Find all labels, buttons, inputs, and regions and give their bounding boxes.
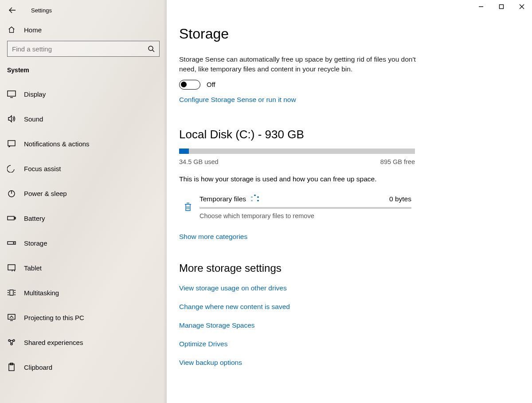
link-backup-options[interactable]: View backup options <box>179 359 514 367</box>
sidebar-item-sound[interactable]: Sound <box>0 106 167 131</box>
sidebar-item-label: Sound <box>24 115 43 123</box>
window-chrome <box>471 0 532 13</box>
search-box[interactable] <box>7 41 160 57</box>
svg-point-0 <box>149 46 153 51</box>
svg-rect-8 <box>8 265 15 270</box>
minimize-icon <box>478 4 484 9</box>
sidebar-item-label: Notifications & actions <box>24 140 90 148</box>
section-label: System <box>0 65 167 82</box>
svg-point-13 <box>11 343 12 345</box>
sidebar-item-shared-experiences[interactable]: Shared experiences <box>0 330 167 355</box>
close-button[interactable] <box>512 0 532 13</box>
svg-rect-16 <box>500 5 504 9</box>
temp-files-title: Temporary files <box>200 195 246 203</box>
disk-title: Local Disk (C:) - 930 GB <box>179 128 514 141</box>
temporary-files-row[interactable]: Temporary files 0 bytes Choose wh <box>179 193 415 224</box>
link-change-save-location[interactable]: Change where new content is saved <box>179 303 514 311</box>
disk-free-caption: 895 GB free <box>380 158 415 165</box>
back-button[interactable] <box>6 4 19 16</box>
toggle-knob <box>181 82 187 87</box>
svg-rect-4 <box>8 216 14 220</box>
sidebar-item-label: Multitasking <box>24 289 59 297</box>
storage-sense-description: Storage Sense can automatically free up … <box>179 55 419 74</box>
sidebar-item-label: Tablet <box>24 264 42 272</box>
toggle-state-label: Off <box>207 81 215 88</box>
maximize-icon <box>499 4 504 9</box>
sidebar-item-tablet[interactable]: Tablet <box>0 255 167 280</box>
usage-note: This is how your storage is used and how… <box>179 175 514 183</box>
svg-rect-5 <box>15 217 16 219</box>
svg-rect-9 <box>10 290 13 295</box>
main-content: Storage Storage Sense can automatically … <box>167 0 532 403</box>
search-input[interactable] <box>12 45 144 53</box>
sidebar-item-label: Focus assist <box>24 165 61 172</box>
link-optimize-drives[interactable]: Optimize Drives <box>179 340 514 348</box>
sidebar-item-label: Clipboard <box>24 364 52 371</box>
home-label: Home <box>24 26 42 34</box>
maximize-button[interactable] <box>491 0 512 13</box>
sidebar-item-clipboard[interactable]: Clipboard <box>0 355 167 380</box>
more-settings-heading: More storage settings <box>179 262 514 274</box>
home-icon <box>7 26 16 34</box>
power-icon <box>7 189 16 197</box>
sidebar-item-multitasking[interactable]: Multitasking <box>0 280 167 305</box>
notifications-icon <box>7 140 16 148</box>
loading-spinner-icon <box>250 195 259 203</box>
svg-rect-10 <box>8 314 15 319</box>
display-icon <box>7 90 16 98</box>
svg-rect-2 <box>8 141 15 146</box>
projecting-icon <box>7 313 16 321</box>
sidebar-item-display[interactable]: Display <box>0 82 167 106</box>
minimize-button[interactable] <box>471 0 491 13</box>
sidebar-item-label: Battery <box>24 215 45 222</box>
sidebar-item-label: Storage <box>24 239 47 247</box>
page-title: Storage <box>179 26 514 42</box>
arrow-left-icon <box>9 7 16 14</box>
tablet-icon <box>7 264 16 272</box>
sidebar-item-focus-assist[interactable]: Focus assist <box>0 156 167 181</box>
disk-used-caption: 34.5 GB used <box>179 158 219 165</box>
battery-icon <box>7 215 16 221</box>
link-other-drives[interactable]: View storage usage on other drives <box>179 284 514 292</box>
sidebar-item-notifications[interactable]: Notifications & actions <box>0 131 167 156</box>
sidebar-item-projecting[interactable]: Projecting to this PC <box>0 305 167 330</box>
temp-files-sub: Choose which temporary files to remove <box>200 212 411 219</box>
sidebar-item-label: Display <box>24 90 46 98</box>
sidebar-item-battery[interactable]: Battery <box>0 206 167 231</box>
trash-icon <box>183 202 193 212</box>
svg-point-12 <box>13 340 15 341</box>
svg-point-7 <box>13 243 14 243</box>
sidebar-item-label: Power & sleep <box>24 190 67 197</box>
sidebar-item-label: Shared experiences <box>24 339 83 346</box>
disk-usage-fill <box>179 149 189 154</box>
svg-point-11 <box>8 340 10 341</box>
sidebar-item-label: Projecting to this PC <box>24 314 84 321</box>
focus-assist-icon <box>7 164 16 172</box>
configure-storage-sense-link[interactable]: Configure Storage Sense or run it now <box>179 96 296 104</box>
temp-files-bar <box>200 207 411 209</box>
temp-files-size: 0 bytes <box>389 195 411 203</box>
search-icon <box>148 45 155 52</box>
sidebar: Settings Home System Display Sound <box>0 0 167 403</box>
svg-rect-1 <box>8 91 16 96</box>
show-more-categories-link[interactable]: Show more categories <box>179 233 247 241</box>
shared-experiences-icon <box>7 338 16 346</box>
link-manage-storage-spaces[interactable]: Manage Storage Spaces <box>179 321 514 329</box>
storage-sense-toggle[interactable] <box>179 80 200 90</box>
window-title: Settings <box>31 7 52 14</box>
disk-usage-bar <box>179 149 415 154</box>
sidebar-item-power-sleep[interactable]: Power & sleep <box>0 181 167 206</box>
home-button[interactable]: Home <box>0 18 167 41</box>
close-icon <box>519 4 524 9</box>
clipboard-icon <box>7 363 16 372</box>
sound-icon <box>7 115 16 123</box>
storage-icon <box>7 240 16 246</box>
nav-list: Display Sound Notifications & actions Fo… <box>0 82 167 380</box>
multitasking-icon <box>7 289 16 296</box>
sidebar-item-storage[interactable]: Storage <box>0 231 167 255</box>
